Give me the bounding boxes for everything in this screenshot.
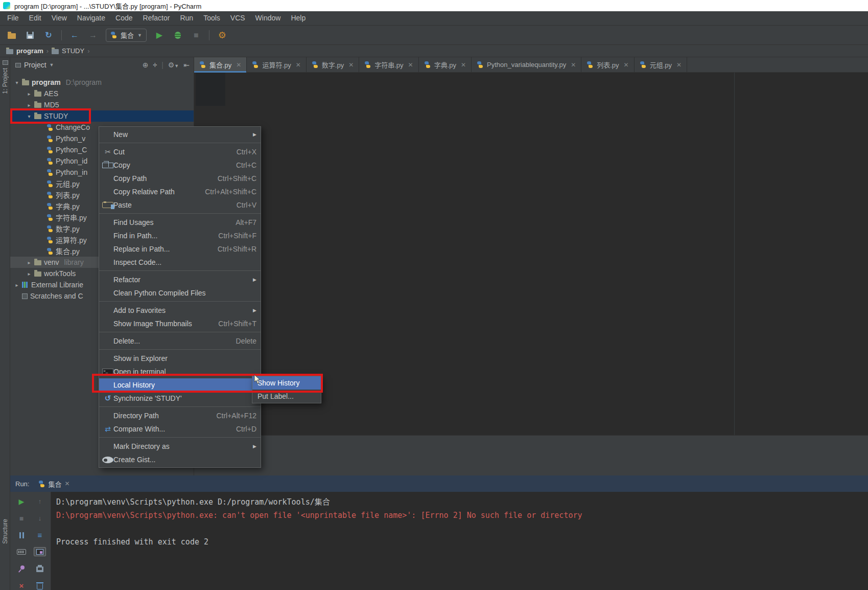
- menu-item[interactable]: New ▶: [99, 128, 261, 141]
- editor-tab[interactable]: 数字.py ✕: [307, 57, 359, 72]
- expand-arrow-icon[interactable]: ▾: [14, 80, 19, 85]
- menu-item[interactable]: Synchronize 'STUDY': [99, 392, 261, 405]
- editor-tab[interactable]: 字符串.py ✕: [359, 57, 418, 72]
- menu-item[interactable]: Show in Explorer: [99, 352, 261, 365]
- editor-tab[interactable]: 列表.py ✕: [581, 57, 634, 72]
- close-tab-icon[interactable]: ✕: [676, 61, 682, 69]
- gear-icon[interactable]: ⚙▼: [168, 61, 179, 69]
- tree-row[interactable]: ▸ MD5: [10, 99, 194, 110]
- close-tab-icon[interactable]: ✕: [348, 61, 354, 69]
- run-console[interactable]: D:\program\venv\Scripts\python.exe D:/pr…: [51, 492, 868, 590]
- down-stack-trace-button[interactable]: ↓: [34, 514, 46, 523]
- close-panel-button[interactable]: ×: [15, 581, 28, 590]
- menu-item-shortcut: Ctrl+Shift+T: [218, 320, 256, 328]
- menu-bar-item[interactable]: View: [46, 11, 72, 25]
- tree-row[interactable]: ▾ program D:\program: [10, 77, 194, 88]
- menu-item[interactable]: Copy Path Ctrl+Shift+C: [99, 172, 261, 185]
- project-panel-title[interactable]: Project: [24, 61, 46, 69]
- menu-item[interactable]: Create Gist...: [99, 453, 261, 466]
- expand-arrow-icon[interactable]: ▸: [27, 102, 32, 108]
- close-tab-icon[interactable]: ✕: [64, 480, 69, 487]
- close-tab-icon[interactable]: ✕: [624, 61, 629, 69]
- settings-button[interactable]: ⚙: [217, 29, 228, 41]
- expand-arrow-icon[interactable]: ▾: [27, 114, 32, 119]
- menu-item[interactable]: Open in terminal: [99, 365, 261, 378]
- tree-row[interactable]: ▸ AES: [10, 88, 194, 99]
- menu-item[interactable]: Find Usages Alt+F7: [99, 216, 261, 229]
- project-toolwindow-button[interactable]: 1: Project: [0, 60, 10, 94]
- menu-item[interactable]: Mark Directory as ▶: [99, 440, 261, 453]
- stop-process-button[interactable]: ■: [15, 514, 28, 523]
- menu-item[interactable]: Add to Favorites ▶: [99, 304, 261, 317]
- menu-item[interactable]: Directory Path Ctrl+Alt+F12: [99, 409, 261, 422]
- tree-row[interactable]: ▾ STUDY: [10, 110, 194, 122]
- structure-toolwindow-button[interactable]: Structure: [0, 519, 10, 544]
- breadcrumb-item[interactable]: program: [6, 47, 43, 55]
- close-tab-icon[interactable]: ✕: [296, 61, 301, 69]
- menu-item[interactable]: Local History ▶: [99, 378, 261, 392]
- breadcrumb-item[interactable]: STUDY: [52, 47, 84, 55]
- debug-button[interactable]: [172, 29, 183, 41]
- close-tab-icon[interactable]: ✕: [408, 61, 413, 69]
- locate-file-icon[interactable]: ⊕: [143, 61, 149, 69]
- restore-layout-button[interactable]: ≡: [34, 531, 46, 540]
- open-folder-button[interactable]: [6, 29, 17, 41]
- menu-item[interactable]: Find in Path... Ctrl+Shift+F: [99, 229, 261, 242]
- forward-button[interactable]: →: [87, 29, 99, 41]
- back-button[interactable]: ←: [69, 29, 80, 41]
- editor-tab[interactable]: 运算符.py ✕: [247, 57, 306, 72]
- close-tab-icon[interactable]: ✕: [461, 61, 466, 69]
- run-tab[interactable]: 集合 ✕: [34, 475, 74, 492]
- collapse-all-icon[interactable]: ÷: [153, 61, 157, 69]
- show-command-line-button[interactable]: [15, 547, 28, 556]
- editor-tab[interactable]: 元组.py ✕: [635, 57, 687, 72]
- menu-item[interactable]: Show Image Thumbnails Ctrl+Shift+T: [99, 317, 261, 330]
- editor-tab[interactable]: Python_variablequantity.py ✕: [472, 57, 581, 72]
- menu-bar-item[interactable]: Run: [175, 11, 198, 25]
- close-tab-icon[interactable]: ✕: [571, 61, 576, 69]
- save-all-button[interactable]: [25, 29, 36, 41]
- editor-tab[interactable]: 集合.py ✕: [194, 57, 247, 72]
- rerun-button[interactable]: ▶: [15, 497, 28, 506]
- expand-arrow-icon[interactable]: ▸: [27, 91, 32, 97]
- print-button[interactable]: [34, 564, 46, 573]
- menu-bar-item[interactable]: Tools: [198, 11, 225, 25]
- pause-output-button[interactable]: [15, 531, 28, 540]
- console-tab-button[interactable]: [34, 547, 46, 556]
- menu-item[interactable]: Clean Python Compiled Files: [99, 286, 261, 300]
- menu-bar-item[interactable]: Window: [250, 11, 286, 25]
- expand-arrow-icon[interactable]: ▸: [27, 271, 32, 277]
- menu-item[interactable]: Delete... Delete: [99, 334, 261, 348]
- close-tab-icon[interactable]: ✕: [236, 61, 241, 69]
- submenu-item[interactable]: Show History: [252, 376, 321, 390]
- menu-item[interactable]: Compare With... Ctrl+D: [99, 422, 261, 436]
- chevron-down-icon[interactable]: ▼: [50, 62, 54, 67]
- menu-item[interactable]: Copy Relative Path Ctrl+Alt+Shift+C: [99, 185, 261, 198]
- menu-item[interactable]: Replace in Path... Ctrl+Shift+R: [99, 242, 261, 256]
- menu-item[interactable]: Refactor ▶: [99, 273, 261, 286]
- run-configuration-select[interactable]: 集合 ▼: [106, 29, 147, 42]
- synchronize-button[interactable]: ↻: [43, 29, 54, 41]
- submenu-item[interactable]: Put Label...: [252, 390, 321, 403]
- up-stack-trace-button[interactable]: ↑: [34, 497, 46, 506]
- stop-button[interactable]: ■: [191, 29, 202, 41]
- run-button[interactable]: ▶: [154, 29, 165, 41]
- expand-arrow-icon[interactable]: ▸: [27, 260, 32, 265]
- chevron-down-icon: ▼: [137, 33, 142, 38]
- menu-bar-item[interactable]: Help: [286, 11, 311, 25]
- menu-item[interactable]: Inspect Code...: [99, 256, 261, 269]
- editor-tab[interactable]: 字典.py ✕: [419, 57, 472, 72]
- menu-item[interactable]: Paste Ctrl+V: [99, 198, 261, 212]
- clear-console-button[interactable]: [34, 581, 46, 590]
- pin-tab-button[interactable]: [15, 564, 28, 573]
- menu-bar-item[interactable]: Code: [110, 11, 137, 25]
- menu-bar-item[interactable]: Navigate: [72, 11, 110, 25]
- menu-bar-item[interactable]: VCS: [225, 11, 250, 25]
- menu-item[interactable]: Copy Ctrl+C: [99, 158, 261, 172]
- menu-bar-item[interactable]: File: [2, 11, 24, 25]
- menu-bar-item[interactable]: Refactor: [138, 11, 175, 25]
- menu-item[interactable]: Cut Ctrl+X: [99, 145, 261, 158]
- expand-arrow-icon[interactable]: ▸: [14, 282, 19, 288]
- menu-bar-item[interactable]: Edit: [24, 11, 46, 25]
- hide-panel-icon[interactable]: ⇤: [183, 61, 190, 69]
